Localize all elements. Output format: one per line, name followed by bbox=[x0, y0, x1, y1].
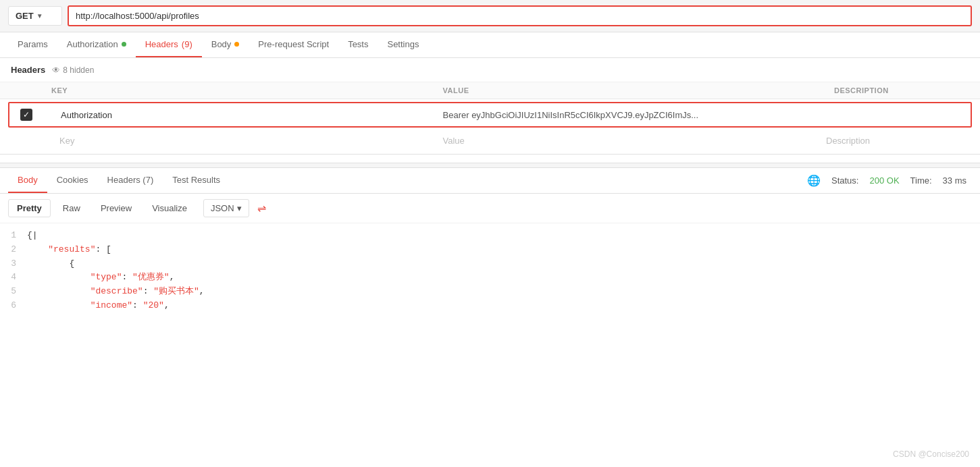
time-value: 33 ms bbox=[943, 175, 966, 186]
time-label: Time: bbox=[910, 175, 932, 186]
status-bar: 🌐 Status: 200 OK Time: 33 ms bbox=[807, 174, 972, 187]
method-chevron: ▼ bbox=[36, 12, 43, 20]
status-label: Status: bbox=[831, 175, 858, 186]
table-header-row: KEY VALUE DESCRIPTION bbox=[0, 82, 980, 99]
line-num-2: 2 bbox=[0, 243, 27, 257]
line-num-3: 3 bbox=[0, 257, 27, 271]
code-content-6: "income": "20", bbox=[27, 299, 980, 313]
line-num-1: 1 bbox=[0, 229, 27, 243]
tab-settings[interactable]: Settings bbox=[378, 32, 428, 57]
headers-area: Headers 👁 8 hidden bbox=[0, 58, 980, 82]
col-value-header: VALUE bbox=[443, 86, 835, 94]
status-value: 200 OK bbox=[869, 175, 899, 186]
code-line-6: 6 "income": "20", bbox=[0, 299, 980, 313]
tab-tests[interactable]: Tests bbox=[338, 32, 378, 57]
wrap-icon[interactable]: ⇌ bbox=[257, 202, 266, 215]
table-row: ✓ Authorization Bearer eyJhbGciOiJIUzI1N… bbox=[8, 102, 972, 128]
checkbox-cell[interactable]: ✓ bbox=[20, 109, 61, 121]
globe-icon: 🌐 bbox=[807, 174, 821, 187]
code-line-5: 5 "describe": "购买书本", bbox=[0, 285, 980, 299]
row-checkbox[interactable]: ✓ bbox=[20, 109, 32, 121]
tab-body[interactable]: Body bbox=[202, 32, 249, 57]
code-content-5: "describe": "购买书本", bbox=[27, 285, 980, 299]
line-num-6: 6 bbox=[0, 299, 27, 313]
section-divider bbox=[0, 163, 980, 168]
code-line-2: 2 "results": [ bbox=[0, 243, 980, 257]
tab-params[interactable]: Params bbox=[8, 32, 57, 57]
line-num-5: 5 bbox=[0, 285, 27, 299]
authorization-dot bbox=[122, 42, 126, 47]
hidden-text: 8 hidden bbox=[63, 65, 94, 75]
empty-table-row: Key Value Description bbox=[8, 130, 972, 151]
url-input-wrapper bbox=[68, 5, 972, 26]
viewer-tab-visualize[interactable]: Visualize bbox=[144, 200, 195, 217]
code-area: 1 {| 2 "results": [ 3 { 4 "type": "优惠券",… bbox=[0, 223, 980, 319]
col-key-header: KEY bbox=[51, 86, 443, 94]
response-tab-headers[interactable]: Headers (7) bbox=[98, 168, 163, 193]
code-line-1: 1 {| bbox=[0, 229, 980, 243]
code-line-3: 3 { bbox=[0, 257, 980, 271]
viewer-tab-pretty[interactable]: Pretty bbox=[8, 199, 51, 217]
key-cell[interactable]: Authorization bbox=[61, 110, 443, 120]
headers-section-label: Headers bbox=[11, 65, 45, 75]
line-num-4: 4 bbox=[0, 271, 27, 285]
request-tabs: Params Authorization Headers (9) Body Pr… bbox=[0, 32, 980, 58]
response-tabs: Body Cookies Headers (7) Test Results 🌐 … bbox=[0, 168, 980, 194]
method-select[interactable]: GET ▼ bbox=[8, 6, 62, 26]
viewer-tab-raw[interactable]: Raw bbox=[55, 200, 88, 217]
code-content-3: { bbox=[27, 257, 980, 271]
col-description-header: DESCRIPTION bbox=[834, 86, 969, 94]
empty-value[interactable]: Value bbox=[443, 136, 827, 146]
viewer-tab-preview[interactable]: Preview bbox=[93, 200, 140, 217]
headers-table: KEY VALUE DESCRIPTION ✓ Authorization Be… bbox=[0, 82, 980, 155]
tab-pre-request[interactable]: Pre-request Script bbox=[249, 32, 338, 57]
response-tab-body[interactable]: Body bbox=[8, 168, 47, 193]
code-content-4: "type": "优惠券", bbox=[27, 271, 980, 285]
viewer-toolbar: Pretty Raw Preview Visualize JSON ▾ ⇌ bbox=[0, 194, 980, 223]
method-label: GET bbox=[16, 11, 34, 21]
tab-headers[interactable]: Headers (9) bbox=[136, 32, 202, 57]
response-tab-cookies[interactable]: Cookies bbox=[47, 168, 98, 193]
format-select[interactable]: JSON ▾ bbox=[203, 199, 249, 217]
code-content-1: {| bbox=[27, 229, 980, 243]
code-content-2: "results": [ bbox=[27, 243, 980, 257]
response-tab-test-results[interactable]: Test Results bbox=[163, 168, 230, 193]
tab-authorization[interactable]: Authorization bbox=[57, 32, 136, 57]
code-line-4: 4 "type": "优惠券", bbox=[0, 271, 980, 285]
body-dot bbox=[234, 42, 239, 47]
empty-description[interactable]: Description bbox=[826, 136, 961, 146]
url-input[interactable] bbox=[69, 7, 971, 25]
url-bar: GET ▼ bbox=[0, 0, 980, 32]
eye-icon: 👁 bbox=[52, 65, 60, 75]
value-cell[interactable]: Bearer eyJhbGciOiJIUzI1NiIsInR5cCI6IkpXV… bbox=[443, 110, 825, 120]
empty-key[interactable]: Key bbox=[59, 136, 443, 146]
hidden-badge: 👁 8 hidden bbox=[52, 65, 94, 75]
